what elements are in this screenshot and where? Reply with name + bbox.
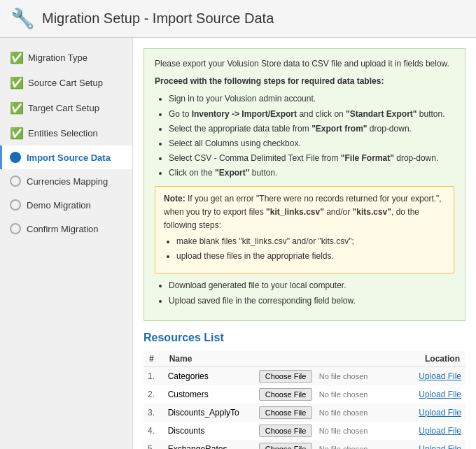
sidebar-item-source-cart-setup[interactable]: ✅ Source Cart Setup — [0, 70, 132, 95]
no-file-label: No file chosen — [319, 408, 368, 417]
check-icon: ✅ — [10, 127, 22, 139]
sidebar-item-currencies-mapping[interactable]: Currencies Mapping — [0, 169, 132, 193]
upload-file-link[interactable]: Upload File — [419, 408, 461, 418]
sidebar-item-confirm-migration[interactable]: Confirm Migration — [0, 217, 132, 241]
sidebar-item-label: Import Source Data — [27, 152, 111, 163]
info-intro: Please export your Volusion Store data t… — [155, 57, 454, 71]
upload-file-link[interactable]: Upload File — [419, 444, 461, 449]
row-file-cell: Choose File No file chosen — [255, 404, 402, 422]
sidebar-item-target-cart-setup[interactable]: ✅ Target Cart Setup — [0, 95, 132, 120]
col-name: Name — [164, 351, 255, 367]
upload-file-link[interactable]: Upload File — [419, 371, 461, 381]
no-file-label: No file chosen — [319, 372, 368, 380]
row-upload-cell: Upload File — [402, 440, 465, 449]
row-num: 3. — [144, 404, 164, 422]
row-name: ExchangeRates — [164, 440, 255, 449]
choose-file-button[interactable]: Choose File — [259, 443, 313, 449]
table-row: 2. Customers Choose File No file chosen … — [144, 385, 465, 404]
col-num: # — [144, 351, 164, 367]
inactive-circle — [10, 199, 21, 211]
note-label: Note: — [164, 194, 186, 204]
step-2: Go to Inventory -> Import/Export and cli… — [169, 108, 454, 121]
inactive-circle — [10, 176, 21, 187]
header-title: Migration Setup - Import Source Data — [42, 10, 274, 27]
resources-table: # Name Location 1. Categories Choose Fil… — [144, 351, 465, 449]
col-location: Location — [402, 351, 465, 367]
row-num: 5. — [144, 440, 164, 449]
note-bullet-1: make blank files "kit_links.csv" and/or … — [176, 235, 445, 248]
no-file-label: No file chosen — [319, 445, 368, 449]
sidebar-item-demo-migration[interactable]: Demo Migration — [0, 193, 132, 217]
col-file — [255, 351, 402, 367]
step-4: Select all Columns using checkbox. — [169, 137, 454, 150]
table-row: 4. Discounts Choose File No file chosen … — [144, 422, 465, 440]
step-3: Select the appropriate data table from "… — [169, 122, 454, 136]
sidebar-item-entities-selection[interactable]: ✅ Entities Selection — [0, 120, 132, 145]
row-file-cell: Choose File No file chosen — [255, 366, 402, 385]
row-num: 2. — [144, 385, 164, 404]
no-file-label: No file chosen — [319, 390, 368, 399]
upload-file-link[interactable]: Upload File — [419, 426, 461, 436]
check-icon: ✅ — [10, 51, 22, 64]
check-icon: ✅ — [10, 101, 22, 114]
table-row: 1. Categories Choose File No file chosen… — [144, 366, 465, 385]
step-6: Click on the "Export" button. — [169, 166, 454, 180]
row-num: 1. — [144, 366, 164, 385]
choose-file-button[interactable]: Choose File — [259, 388, 313, 401]
row-name: Customers — [164, 385, 255, 404]
header-icon: 🔧 — [10, 7, 35, 30]
row-num: 4. — [144, 422, 164, 440]
row-upload-cell: Upload File — [402, 422, 465, 440]
sidebar-item-label: Migration Type — [28, 52, 88, 63]
sidebar-item-label: Confirm Migration — [27, 224, 99, 234]
check-icon: ✅ — [10, 76, 22, 89]
row-name: Discounts — [164, 422, 255, 440]
info-proceed: Proceed with the following steps for req… — [155, 75, 454, 88]
table-row: 5. ExchangeRates Choose File No file cho… — [144, 440, 465, 449]
sidebar-item-import-source-data[interactable]: Import Source Data — [0, 145, 132, 169]
row-file-cell: Choose File No file chosen — [255, 422, 402, 440]
note-bullet-2: upload these files in the appropriate fi… — [176, 250, 445, 263]
row-name: Discounts_ApplyTo — [164, 404, 255, 422]
download-step: Download generated file to your local co… — [169, 279, 454, 292]
sidebar: ✅ Migration Type ✅ Source Cart Setup ✅ T… — [0, 38, 133, 449]
header: 🔧 Migration Setup - Import Source Data — [0, 0, 476, 38]
no-file-label: No file chosen — [319, 427, 368, 435]
choose-file-button[interactable]: Choose File — [259, 425, 313, 437]
table-row: 3. Discounts_ApplyTo Choose File No file… — [144, 404, 465, 422]
sidebar-item-label: Source Cart Setup — [28, 78, 103, 88]
row-upload-cell: Upload File — [402, 404, 465, 422]
row-upload-cell: Upload File — [402, 385, 465, 404]
upload-file-link[interactable]: Upload File — [419, 390, 461, 399]
inactive-circle — [10, 223, 21, 234]
sidebar-item-label: Demo Migration — [27, 200, 91, 211]
sidebar-item-label: Currencies Mapping — [27, 176, 108, 187]
sidebar-item-migration-type[interactable]: ✅ Migration Type — [0, 45, 132, 70]
row-name: Categories — [164, 366, 255, 385]
active-icon — [10, 152, 21, 163]
sidebar-item-label: Entities Selection — [28, 128, 98, 138]
note-box: Note: If you get an error "There were no… — [155, 186, 454, 274]
row-file-cell: Choose File No file chosen — [255, 385, 402, 404]
choose-file-button[interactable]: Choose File — [259, 370, 313, 383]
upload-step: Upload saved file in the corresponding f… — [169, 294, 454, 308]
main-content: Please export your Volusion Store data t… — [133, 38, 476, 449]
choose-file-button[interactable]: Choose File — [259, 406, 313, 419]
info-box: Please export your Volusion Store data t… — [144, 48, 465, 321]
sidebar-item-label: Target Cart Setup — [28, 103, 99, 113]
resources-title: Resources List — [144, 332, 465, 344]
step-5: Select CSV - Comma Delimited Text File f… — [169, 152, 454, 165]
row-upload-cell: Upload File — [402, 366, 465, 385]
step-1: Sign in to your Volusion admin account. — [169, 92, 454, 106]
row-file-cell: Choose File No file chosen — [255, 440, 402, 449]
